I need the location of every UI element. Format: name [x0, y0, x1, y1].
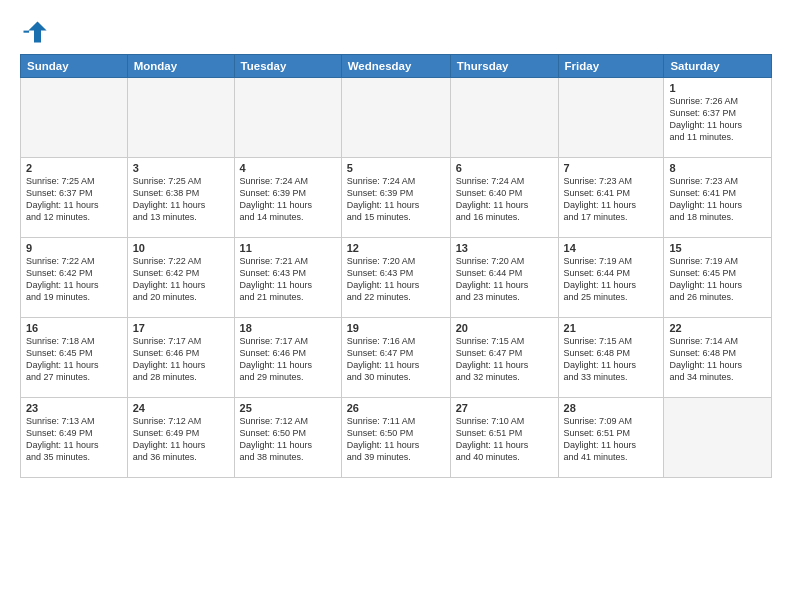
day-number: 11: [240, 242, 336, 254]
calendar-cell: 4Sunrise: 7:24 AM Sunset: 6:39 PM Daylig…: [234, 158, 341, 238]
calendar-cell: [664, 398, 772, 478]
day-number: 13: [456, 242, 553, 254]
day-number: 15: [669, 242, 766, 254]
day-number: 17: [133, 322, 229, 334]
calendar-cell: 23Sunrise: 7:13 AM Sunset: 6:49 PM Dayli…: [21, 398, 128, 478]
cell-details: Sunrise: 7:22 AM Sunset: 6:42 PM Dayligh…: [26, 255, 122, 304]
calendar-cell: 13Sunrise: 7:20 AM Sunset: 6:44 PM Dayli…: [450, 238, 558, 318]
calendar-cell: [558, 78, 664, 158]
cell-details: Sunrise: 7:24 AM Sunset: 6:39 PM Dayligh…: [347, 175, 445, 224]
calendar-cell: 18Sunrise: 7:17 AM Sunset: 6:46 PM Dayli…: [234, 318, 341, 398]
cell-details: Sunrise: 7:19 AM Sunset: 6:44 PM Dayligh…: [564, 255, 659, 304]
cell-details: Sunrise: 7:09 AM Sunset: 6:51 PM Dayligh…: [564, 415, 659, 464]
calendar-week-row: 2Sunrise: 7:25 AM Sunset: 6:37 PM Daylig…: [21, 158, 772, 238]
calendar-cell: 8Sunrise: 7:23 AM Sunset: 6:41 PM Daylig…: [664, 158, 772, 238]
calendar-cell: 1Sunrise: 7:26 AM Sunset: 6:37 PM Daylig…: [664, 78, 772, 158]
day-number: 6: [456, 162, 553, 174]
cell-details: Sunrise: 7:21 AM Sunset: 6:43 PM Dayligh…: [240, 255, 336, 304]
cell-details: Sunrise: 7:10 AM Sunset: 6:51 PM Dayligh…: [456, 415, 553, 464]
day-number: 3: [133, 162, 229, 174]
calendar-cell: 19Sunrise: 7:16 AM Sunset: 6:47 PM Dayli…: [341, 318, 450, 398]
calendar-week-row: 16Sunrise: 7:18 AM Sunset: 6:45 PM Dayli…: [21, 318, 772, 398]
cell-details: Sunrise: 7:13 AM Sunset: 6:49 PM Dayligh…: [26, 415, 122, 464]
day-number: 18: [240, 322, 336, 334]
day-number: 9: [26, 242, 122, 254]
day-number: 22: [669, 322, 766, 334]
day-number: 27: [456, 402, 553, 414]
cell-details: Sunrise: 7:23 AM Sunset: 6:41 PM Dayligh…: [669, 175, 766, 224]
cell-details: Sunrise: 7:22 AM Sunset: 6:42 PM Dayligh…: [133, 255, 229, 304]
calendar-cell: 25Sunrise: 7:12 AM Sunset: 6:50 PM Dayli…: [234, 398, 341, 478]
calendar-cell: [450, 78, 558, 158]
calendar-week-row: 23Sunrise: 7:13 AM Sunset: 6:49 PM Dayli…: [21, 398, 772, 478]
day-number: 12: [347, 242, 445, 254]
cell-details: Sunrise: 7:19 AM Sunset: 6:45 PM Dayligh…: [669, 255, 766, 304]
calendar-cell: [21, 78, 128, 158]
calendar-cell: 7Sunrise: 7:23 AM Sunset: 6:41 PM Daylig…: [558, 158, 664, 238]
cell-details: Sunrise: 7:24 AM Sunset: 6:39 PM Dayligh…: [240, 175, 336, 224]
calendar-cell: 28Sunrise: 7:09 AM Sunset: 6:51 PM Dayli…: [558, 398, 664, 478]
day-number: 4: [240, 162, 336, 174]
day-number: 5: [347, 162, 445, 174]
calendar-cell: 9Sunrise: 7:22 AM Sunset: 6:42 PM Daylig…: [21, 238, 128, 318]
calendar-cell: [127, 78, 234, 158]
calendar-header-saturday: Saturday: [664, 55, 772, 78]
day-number: 1: [669, 82, 766, 94]
calendar-header-sunday: Sunday: [21, 55, 128, 78]
calendar-cell: 2Sunrise: 7:25 AM Sunset: 6:37 PM Daylig…: [21, 158, 128, 238]
cell-details: Sunrise: 7:12 AM Sunset: 6:50 PM Dayligh…: [240, 415, 336, 464]
calendar-cell: 15Sunrise: 7:19 AM Sunset: 6:45 PM Dayli…: [664, 238, 772, 318]
day-number: 24: [133, 402, 229, 414]
day-number: 19: [347, 322, 445, 334]
day-number: 28: [564, 402, 659, 414]
calendar-cell: 16Sunrise: 7:18 AM Sunset: 6:45 PM Dayli…: [21, 318, 128, 398]
cell-details: Sunrise: 7:17 AM Sunset: 6:46 PM Dayligh…: [133, 335, 229, 384]
page: SundayMondayTuesdayWednesdayThursdayFrid…: [0, 0, 792, 612]
logo: [20, 18, 52, 46]
header: [20, 18, 772, 46]
calendar-cell: 11Sunrise: 7:21 AM Sunset: 6:43 PM Dayli…: [234, 238, 341, 318]
logo-icon: [20, 18, 48, 46]
cell-details: Sunrise: 7:26 AM Sunset: 6:37 PM Dayligh…: [669, 95, 766, 144]
calendar-week-row: 9Sunrise: 7:22 AM Sunset: 6:42 PM Daylig…: [21, 238, 772, 318]
cell-details: Sunrise: 7:20 AM Sunset: 6:44 PM Dayligh…: [456, 255, 553, 304]
calendar-cell: 12Sunrise: 7:20 AM Sunset: 6:43 PM Dayli…: [341, 238, 450, 318]
calendar-cell: 26Sunrise: 7:11 AM Sunset: 6:50 PM Dayli…: [341, 398, 450, 478]
calendar-header-tuesday: Tuesday: [234, 55, 341, 78]
calendar-week-row: 1Sunrise: 7:26 AM Sunset: 6:37 PM Daylig…: [21, 78, 772, 158]
calendar-cell: 22Sunrise: 7:14 AM Sunset: 6:48 PM Dayli…: [664, 318, 772, 398]
svg-rect-1: [24, 31, 30, 33]
day-number: 25: [240, 402, 336, 414]
day-number: 8: [669, 162, 766, 174]
calendar-cell: 5Sunrise: 7:24 AM Sunset: 6:39 PM Daylig…: [341, 158, 450, 238]
cell-details: Sunrise: 7:25 AM Sunset: 6:38 PM Dayligh…: [133, 175, 229, 224]
cell-details: Sunrise: 7:23 AM Sunset: 6:41 PM Dayligh…: [564, 175, 659, 224]
calendar-cell: 20Sunrise: 7:15 AM Sunset: 6:47 PM Dayli…: [450, 318, 558, 398]
calendar-cell: 14Sunrise: 7:19 AM Sunset: 6:44 PM Dayli…: [558, 238, 664, 318]
cell-details: Sunrise: 7:25 AM Sunset: 6:37 PM Dayligh…: [26, 175, 122, 224]
cell-details: Sunrise: 7:15 AM Sunset: 6:48 PM Dayligh…: [564, 335, 659, 384]
day-number: 14: [564, 242, 659, 254]
cell-details: Sunrise: 7:14 AM Sunset: 6:48 PM Dayligh…: [669, 335, 766, 384]
calendar-cell: 27Sunrise: 7:10 AM Sunset: 6:51 PM Dayli…: [450, 398, 558, 478]
cell-details: Sunrise: 7:18 AM Sunset: 6:45 PM Dayligh…: [26, 335, 122, 384]
day-number: 10: [133, 242, 229, 254]
cell-details: Sunrise: 7:15 AM Sunset: 6:47 PM Dayligh…: [456, 335, 553, 384]
day-number: 23: [26, 402, 122, 414]
day-number: 20: [456, 322, 553, 334]
day-number: 26: [347, 402, 445, 414]
calendar-header-friday: Friday: [558, 55, 664, 78]
day-number: 7: [564, 162, 659, 174]
day-number: 16: [26, 322, 122, 334]
cell-details: Sunrise: 7:11 AM Sunset: 6:50 PM Dayligh…: [347, 415, 445, 464]
calendar-cell: [234, 78, 341, 158]
calendar-cell: 21Sunrise: 7:15 AM Sunset: 6:48 PM Dayli…: [558, 318, 664, 398]
calendar-cell: 6Sunrise: 7:24 AM Sunset: 6:40 PM Daylig…: [450, 158, 558, 238]
calendar-cell: 3Sunrise: 7:25 AM Sunset: 6:38 PM Daylig…: [127, 158, 234, 238]
calendar: SundayMondayTuesdayWednesdayThursdayFrid…: [20, 54, 772, 478]
cell-details: Sunrise: 7:17 AM Sunset: 6:46 PM Dayligh…: [240, 335, 336, 384]
calendar-cell: 17Sunrise: 7:17 AM Sunset: 6:46 PM Dayli…: [127, 318, 234, 398]
calendar-header-row: SundayMondayTuesdayWednesdayThursdayFrid…: [21, 55, 772, 78]
cell-details: Sunrise: 7:12 AM Sunset: 6:49 PM Dayligh…: [133, 415, 229, 464]
svg-marker-0: [28, 22, 46, 43]
